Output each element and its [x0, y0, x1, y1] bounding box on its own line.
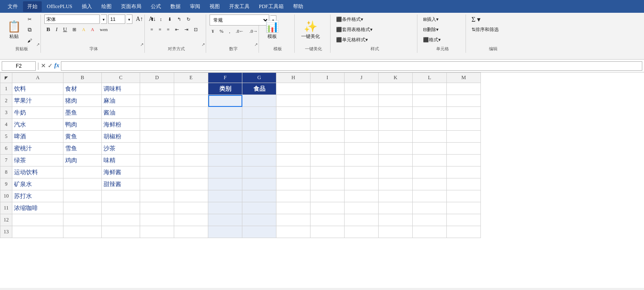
cell-K2[interactable]	[379, 95, 413, 107]
row-header-2[interactable]: 2	[0, 95, 12, 107]
menu-item-5[interactable]: 页面布局	[117, 1, 146, 12]
decrease-decimal-button[interactable]: .0←	[233, 26, 246, 36]
cell-A3[interactable]: 牛奶	[12, 107, 63, 119]
cell-D11[interactable]	[140, 202, 174, 214]
col-header-D[interactable]: D	[140, 73, 174, 83]
cell-H12[interactable]	[276, 214, 310, 226]
cell-C6[interactable]: 沙茶	[102, 143, 140, 155]
cell-J13[interactable]	[345, 226, 379, 238]
menu-item-9[interactable]: 视图	[205, 1, 224, 12]
cell-J10[interactable]	[345, 190, 379, 202]
cell-J12[interactable]	[345, 214, 379, 226]
cell-K10[interactable]	[379, 190, 413, 202]
cell-H3[interactable]	[276, 107, 310, 119]
paste-button[interactable]: 📋 粘贴	[4, 14, 24, 45]
cell-I5[interactable]	[310, 131, 345, 143]
cell-F1[interactable]: 类别	[208, 83, 242, 95]
cell-D1[interactable]	[140, 83, 174, 95]
cell-K8[interactable]	[379, 167, 413, 178]
cell-A13[interactable]	[12, 226, 63, 238]
cell-F4[interactable]	[208, 119, 242, 131]
cell-C1[interactable]: 调味料	[102, 83, 140, 95]
cell-A7[interactable]: 绿茶	[12, 155, 63, 167]
cell-F11[interactable]	[208, 202, 242, 214]
cell-K1[interactable]	[379, 83, 413, 95]
cell-J5[interactable]	[345, 131, 379, 143]
cell-E9[interactable]	[174, 178, 208, 190]
wrap-text-button[interactable]: ↰	[175, 14, 183, 24]
cell-M1[interactable]	[447, 83, 481, 95]
col-header-J[interactable]: J	[345, 73, 379, 83]
cell-B1[interactable]: 食材	[63, 83, 102, 95]
menu-item-12[interactable]: 帮助	[289, 1, 308, 12]
col-header-B[interactable]: B	[63, 73, 102, 83]
cell-B13[interactable]	[63, 226, 102, 238]
cell-E3[interactable]	[174, 107, 208, 119]
align-center-button[interactable]: ≡	[156, 25, 163, 34]
underline-button[interactable]: U	[61, 25, 69, 34]
menu-item-4[interactable]: 绘图	[97, 1, 116, 12]
cell-M9[interactable]	[447, 178, 481, 190]
cell-C7[interactable]: 味精	[102, 155, 140, 167]
row-header-6[interactable]: 6	[0, 143, 12, 155]
cell-B2[interactable]: 猪肉	[63, 95, 102, 107]
alignment-expand-icon[interactable]: ↗	[201, 42, 205, 47]
copy-button[interactable]: ⧉	[25, 25, 34, 34]
menu-item-0[interactable]: 文件	[3, 1, 22, 12]
row-header-11[interactable]: 11	[0, 202, 12, 214]
cell-B9[interactable]	[63, 178, 102, 190]
cell-K5[interactable]	[379, 131, 413, 143]
cell-E10[interactable]	[174, 190, 208, 202]
cell-C12[interactable]	[102, 214, 140, 226]
delete-button[interactable]: ⊟ 删除 ▾	[421, 25, 441, 34]
cell-J4[interactable]	[345, 119, 379, 131]
cell-E6[interactable]	[174, 143, 208, 155]
menu-item-11[interactable]: PDF工具箱	[255, 1, 288, 12]
row-header-4[interactable]: 4	[0, 119, 12, 131]
cell-H1[interactable]	[276, 83, 310, 95]
cell-G4[interactable]	[242, 119, 276, 131]
cell-I13[interactable]	[310, 226, 345, 238]
cell-E2[interactable]	[174, 95, 208, 107]
cell-style-button[interactable]: ⬛ 单元格样式 ▾	[334, 35, 370, 44]
cell-G6[interactable]	[242, 143, 276, 155]
align-bottom-button[interactable]: ⬇	[166, 14, 174, 24]
cell-J7[interactable]	[345, 155, 379, 167]
col-header-A[interactable]: A	[12, 73, 63, 83]
increase-decimal-button[interactable]: .0→	[247, 26, 260, 36]
conditional-format-button[interactable]: ⬛ 条件格式 ▾	[334, 14, 365, 24]
cell-A5[interactable]: 啤酒	[12, 131, 63, 143]
cell-J11[interactable]	[345, 202, 379, 214]
cell-G10[interactable]	[242, 190, 276, 202]
cell-K13[interactable]	[379, 226, 413, 238]
row-header-5[interactable]: 5	[0, 131, 12, 143]
cell-M10[interactable]	[447, 190, 481, 202]
cell-I4[interactable]	[310, 119, 345, 131]
increase-indent-button[interactable]: ⇥	[182, 25, 190, 34]
cell-C8[interactable]: 海鲜酱	[102, 167, 140, 178]
cell-L11[interactable]	[413, 202, 447, 214]
cell-H13[interactable]	[276, 226, 310, 238]
cell-G3[interactable]	[242, 107, 276, 119]
fill-color-button[interactable]: A	[80, 25, 87, 34]
cell-L9[interactable]	[413, 178, 447, 190]
align-right-button[interactable]: ≡	[164, 25, 171, 34]
currency-button[interactable]: ¥	[210, 26, 216, 36]
sum-button[interactable]: Σ ▾	[469, 14, 483, 24]
cell-reference-input[interactable]	[2, 61, 36, 71]
cell-H7[interactable]	[276, 155, 310, 167]
cell-M7[interactable]	[447, 155, 481, 167]
menu-item-8[interactable]: 审阅	[186, 1, 204, 12]
cell-G7[interactable]	[242, 155, 276, 167]
cell-D8[interactable]	[140, 167, 174, 178]
cell-K7[interactable]	[379, 155, 413, 167]
cell-D10[interactable]	[140, 190, 174, 202]
cell-B3[interactable]: 墨鱼	[63, 107, 102, 119]
cell-M12[interactable]	[447, 214, 481, 226]
cell-E1[interactable]	[174, 83, 208, 95]
cell-B6[interactable]: 雪鱼	[63, 143, 102, 155]
cell-L12[interactable]	[413, 214, 447, 226]
percent-button[interactable]: %	[218, 26, 226, 36]
insert-button[interactable]: ⊞ 插入 ▾	[421, 14, 441, 24]
cell-L8[interactable]	[413, 167, 447, 178]
